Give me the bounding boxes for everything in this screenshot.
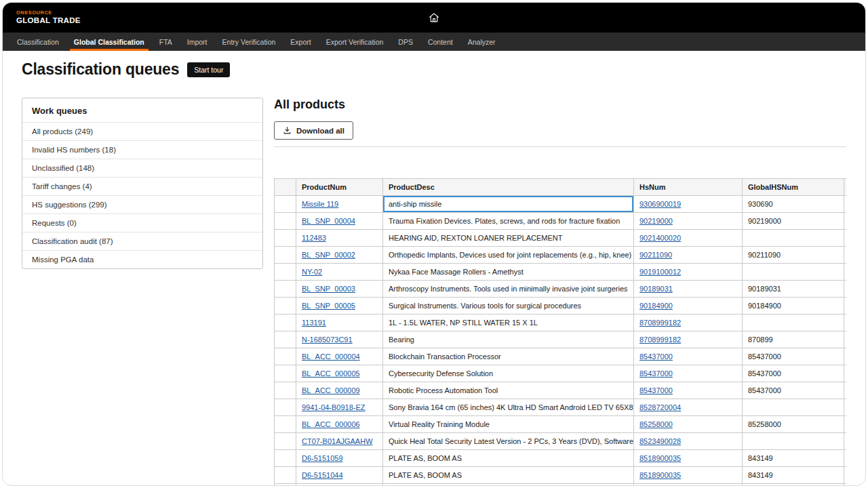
product-desc-cell[interactable]: HEARING AID, REXTON LOANER REPLACEMENT	[383, 230, 634, 247]
product-desc-cell[interactable]: anti-ship missile	[383, 196, 634, 213]
product-num-link[interactable]: BL_ACC_000009	[302, 386, 360, 394]
product-num-link[interactable]: N-1685073C91	[302, 336, 353, 344]
sidebar-item-invalid-hs-numbers-18[interactable]: Invalid HS numbers (18)	[22, 140, 262, 159]
product-desc-cell[interactable]: Blockchain Transaction Processor	[383, 348, 634, 365]
product-num-link[interactable]: BL_ACC_000006	[302, 420, 360, 428]
product-desc-cell[interactable]: PLATE AS, BOOM AS	[383, 484, 634, 487]
hsnum-link[interactable]: 8518900035	[639, 471, 681, 479]
start-tour-button[interactable]: Start tour	[187, 62, 230, 77]
sidebar-item-all-products-249[interactable]: All products (249)	[22, 122, 262, 140]
hsnum-link[interactable]: 8518900035	[639, 454, 681, 462]
sidebar-item-requests-0[interactable]: Requests (0)	[22, 214, 262, 232]
product-desc-cell[interactable]: Quick Heal Total Security Latest Version…	[383, 433, 634, 450]
hsnum-link[interactable]: 90189031	[639, 285, 673, 293]
nav-item-fta[interactable]: FTA	[152, 33, 180, 51]
hsnum-link[interactable]: 85437000	[639, 369, 673, 378]
product-num-cell: D6-5151047	[296, 484, 383, 487]
download-all-button[interactable]: Download all	[274, 121, 353, 140]
hsnum-link[interactable]: 8708999182	[639, 319, 681, 327]
nav-item-content[interactable]: Content	[420, 33, 460, 51]
table-row: BL_ACC_000006Virtual Reality Training Mo…	[275, 416, 847, 433]
product-desc-cell[interactable]: Virtual Reality Training Module	[383, 416, 634, 433]
product-num-cell: 113191	[296, 314, 383, 331]
product-desc-cell[interactable]: Sony Bravia 164 cm (65 inches) 4K Ultra …	[383, 399, 634, 416]
hsnum-cell: 90219000	[634, 213, 743, 230]
column-header-produ: Produ	[844, 179, 847, 196]
row-select-cell	[275, 348, 296, 365]
product-num-cell: BL_ACC_000006	[296, 416, 383, 433]
product-extra-cell	[844, 450, 847, 467]
global-hsnum-cell	[743, 433, 844, 450]
product-num-link[interactable]: BL_SNP_00002	[302, 251, 355, 259]
product-num-link[interactable]: 113191	[302, 319, 326, 327]
row-select-cell	[275, 213, 296, 230]
row-select-cell	[275, 331, 296, 348]
sidebar-item-hs-suggestions-299[interactable]: HS suggestions (299)	[22, 195, 262, 214]
product-desc-cell[interactable]: Surgical Instruments. Various tools for …	[383, 298, 634, 314]
hsnum-link[interactable]: 8523490028	[639, 437, 681, 445]
global-hsnum-cell: 90219000	[743, 213, 844, 230]
product-num-cell: BL_ACC_000004	[296, 348, 383, 365]
nav-item-analyzer[interactable]: Analyzer	[460, 33, 503, 51]
product-desc-cell[interactable]: Trauma Fixation Devices. Plates, screws,…	[383, 213, 634, 230]
hsnum-link[interactable]: 90184900	[639, 302, 673, 310]
nav-item-dps[interactable]: DPS	[391, 33, 420, 51]
product-num-link[interactable]: D6-5151059	[302, 454, 343, 462]
product-desc-cell[interactable]: Robotic Process Automation Tool	[383, 382, 634, 399]
product-num-link[interactable]: 9941-04-B0918-EZ	[302, 403, 366, 411]
nav-item-export-verification[interactable]: Export Verification	[319, 33, 391, 51]
hsnum-link[interactable]: 90211090	[639, 251, 672, 259]
product-num-link[interactable]: Missile 119	[302, 200, 338, 208]
hsnum-cell: 85437000	[634, 365, 743, 382]
hsnum-link[interactable]: 85258000	[639, 420, 673, 428]
hsnum-link[interactable]: 85437000	[639, 386, 673, 394]
product-extra-cell: HT002	[844, 247, 847, 264]
product-desc-cell[interactable]: Cybersecurity Defense Solution	[383, 365, 634, 382]
product-num-link[interactable]: BL_SNP_00003	[302, 285, 355, 293]
product-desc-cell[interactable]: PLATE AS, BOOM AS	[383, 467, 634, 484]
product-desc-cell[interactable]: PLATE AS, BOOM AS	[383, 450, 634, 467]
product-num-link[interactable]: CT07-B01AJGAAHW	[302, 437, 373, 445]
table-row: BL_ACC_000004Blockchain Transaction Proc…	[275, 348, 847, 365]
nav-item-classification[interactable]: Classification	[9, 33, 66, 51]
global-hsnum-cell	[743, 264, 844, 281]
product-num-link[interactable]: BL_SNP_00004	[302, 217, 355, 225]
hsnum-link[interactable]: 9019100012	[639, 268, 681, 276]
nav-item-global-classification[interactable]: Global Classification	[66, 33, 152, 51]
hsnum-link[interactable]: 9021400020	[639, 234, 681, 242]
hsnum-link[interactable]: 8708999182	[639, 336, 681, 344]
work-queues-list: All products (249)Invalid HS numbers (18…	[22, 122, 262, 268]
hsnum-link[interactable]: 85437000	[639, 352, 673, 361]
product-desc-cell[interactable]: Arthroscopy Instruments. Tools used in m…	[383, 281, 634, 298]
row-select-cell	[275, 314, 296, 331]
home-icon[interactable]	[429, 12, 440, 24]
product-num-link[interactable]: BL_ACC_000004	[302, 352, 360, 361]
sidebar-item-unclassified-148[interactable]: Unclassified (148)	[22, 159, 262, 177]
column-header-globalhsnum: GlobalHSNum	[743, 179, 844, 196]
sidebar-item-missing-pga-data[interactable]: Missing PGA data	[22, 250, 262, 268]
product-num-link[interactable]: 112483	[302, 234, 326, 242]
nav-item-entry-verification[interactable]: Entry Verification	[215, 33, 283, 51]
hsnum-link[interactable]: 9306900019	[639, 200, 681, 208]
product-desc-cell[interactable]: Nykaa Face Massage Rollers - Amethyst	[383, 264, 634, 281]
hsnum-cell: 90184900	[634, 298, 743, 314]
product-num-link[interactable]: D6-5151044	[302, 471, 343, 479]
hsnum-cell: 8518900035	[634, 484, 743, 487]
hsnum-cell: 85437000	[634, 382, 743, 399]
product-num-link[interactable]: BL_ACC_000005	[302, 369, 360, 378]
sidebar-item-classification-audit-87[interactable]: Classification audit (87)	[22, 232, 262, 250]
product-num-link[interactable]: NY-02	[302, 268, 322, 276]
product-desc-cell[interactable]: Bearing	[383, 331, 634, 348]
hsnum-link[interactable]: 8528720004	[639, 403, 681, 411]
product-desc-cell[interactable]: 1L - 1.5L WATER, NP STILL WATER 15 X 1L	[383, 314, 634, 331]
product-num-cell: BL_SNP_00003	[296, 281, 383, 298]
sidebar-item-tariff-changes-4[interactable]: Tariff changes (4)	[22, 177, 262, 195]
product-num-cell: 9941-04-B0918-EZ	[296, 399, 383, 416]
product-desc-cell[interactable]: Orthopedic Implants, Devices used for jo…	[383, 247, 634, 264]
hsnum-link[interactable]: 90219000	[639, 217, 673, 225]
nav-item-export[interactable]: Export	[283, 33, 318, 51]
product-extra-cell: Appli	[844, 264, 847, 281]
product-num-link[interactable]: BL_SNP_00005	[302, 302, 355, 310]
product-extra-cell: HT00C	[844, 416, 847, 433]
nav-item-import[interactable]: Import	[180, 33, 215, 51]
